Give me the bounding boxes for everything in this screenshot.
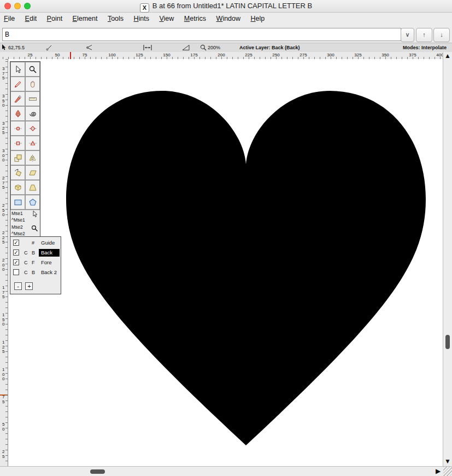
vertical-scrollbar[interactable]: ▲ ▼ bbox=[443, 52, 452, 466]
flip-tool-button[interactable] bbox=[25, 150, 40, 165]
hvcurve-point-icon bbox=[28, 124, 37, 133]
menu-tools[interactable]: Tools bbox=[104, 13, 127, 22]
layer-name-fore[interactable]: Fore bbox=[39, 259, 54, 266]
chevron-down-icon: ∨ bbox=[405, 31, 409, 38]
ruler-label: 25 bbox=[25, 53, 36, 57]
tool-palette: Mse1 ^Mse1 Mse2 ^Mse2 bbox=[10, 61, 40, 239]
add-curve-point-button[interactable] bbox=[10, 121, 25, 136]
menu-file[interactable]: File bbox=[0, 13, 19, 22]
window-resize-grip[interactable] bbox=[443, 467, 452, 476]
ruler-label: 275 bbox=[298, 53, 309, 57]
layer-row-back: ✓ C B Back bbox=[10, 248, 61, 258]
scale-tool-button[interactable] bbox=[10, 150, 25, 165]
ruler-label: 225 bbox=[243, 53, 254, 57]
horizontal-scroll-thumb[interactable] bbox=[90, 469, 105, 474]
pointer-tool-button[interactable] bbox=[10, 62, 25, 77]
scroll-hand-tool-button[interactable] bbox=[25, 77, 40, 91]
ruler-tool-button[interactable] bbox=[25, 91, 40, 106]
layer-visibility-checkbox[interactable]: ✓ bbox=[13, 259, 19, 265]
pen-nib-icon bbox=[14, 109, 22, 118]
ruler-label: 375 bbox=[407, 53, 418, 57]
close-window-button[interactable] bbox=[4, 3, 11, 9]
glyph-history-dropdown-button[interactable]: ∨ bbox=[401, 28, 414, 42]
layer-name-back2[interactable]: Back 2 bbox=[39, 269, 59, 276]
layer-add-remove-buttons: - + bbox=[14, 281, 61, 291]
layer-visibility-checkbox[interactable]: ✓ bbox=[13, 240, 19, 246]
menu-element[interactable]: Element bbox=[69, 13, 102, 22]
add-hvcurve-point-button[interactable] bbox=[25, 121, 40, 136]
rotate-3d-tool-button[interactable] bbox=[10, 180, 25, 195]
menu-metrics[interactable]: Metrics bbox=[180, 13, 210, 22]
ruler-label: 300 bbox=[2, 149, 5, 163]
spiro-tool-button[interactable] bbox=[25, 106, 40, 121]
previous-glyph-button[interactable]: ↑ bbox=[416, 28, 432, 42]
ruler-label: 150 bbox=[161, 53, 172, 57]
add-tangent-point-button[interactable] bbox=[25, 136, 40, 150]
arrow-up-icon: ↑ bbox=[422, 31, 426, 38]
flip-icon bbox=[28, 154, 37, 162]
horizontal-scrollbar[interactable]: ▶ bbox=[0, 466, 452, 476]
menu-help[interactable]: Help bbox=[247, 13, 269, 22]
glyph-canvas[interactable] bbox=[8, 59, 443, 466]
layer-kind-letter: # bbox=[32, 240, 34, 246]
spiral-icon bbox=[28, 109, 37, 118]
skew-tool-button[interactable] bbox=[25, 165, 40, 180]
pen-tool-button[interactable] bbox=[10, 106, 25, 121]
rectangle-ellipse-tool-button[interactable] bbox=[10, 195, 25, 210]
knife-tool-button[interactable] bbox=[10, 91, 25, 106]
rectangle-icon bbox=[14, 198, 22, 207]
cube-3d-icon bbox=[14, 183, 22, 192]
ruler-label: 100 bbox=[2, 368, 5, 382]
menu-point[interactable]: Point bbox=[43, 13, 67, 22]
layer-row-fore: ✓ C F Fore bbox=[10, 258, 61, 268]
minimize-window-button[interactable] bbox=[14, 3, 21, 9]
magnify-tool-button[interactable] bbox=[25, 62, 40, 77]
layer-row-guide: ✓ # Guide bbox=[10, 239, 61, 248]
perspective-icon bbox=[28, 183, 37, 192]
ruler-icon bbox=[28, 95, 37, 103]
layer-visibility-checkbox[interactable] bbox=[13, 269, 19, 275]
polygon-star-tool-button[interactable] bbox=[25, 195, 40, 210]
mouse-binding-mse1: Mse1 bbox=[11, 210, 23, 217]
menu-window[interactable]: Window bbox=[213, 13, 244, 22]
remove-layer-button[interactable]: - bbox=[14, 282, 22, 290]
ruler-label: 200 bbox=[216, 53, 227, 57]
kern-distance-icon bbox=[143, 44, 152, 51]
glyph-text-input[interactable] bbox=[2, 28, 401, 41]
layer-type-letter: C bbox=[24, 270, 28, 275]
knife-icon bbox=[14, 95, 22, 103]
zoom-icon bbox=[200, 44, 207, 51]
rotate-icon bbox=[14, 169, 22, 177]
layer-name-back-selected[interactable]: Back bbox=[39, 249, 60, 257]
add-layer-button[interactable]: + bbox=[25, 282, 33, 290]
glyph-entry-row: ∨ ↑ ↓ bbox=[0, 25, 452, 43]
layer-kind-letter: F bbox=[32, 260, 35, 265]
ruler-label: 250 bbox=[2, 204, 5, 218]
curve-point-icon bbox=[14, 124, 22, 133]
menu-hints[interactable]: Hints bbox=[130, 13, 153, 22]
freehand-tool-button[interactable] bbox=[10, 77, 25, 91]
menu-edit[interactable]: Edit bbox=[21, 13, 41, 22]
ruler-label: 75 bbox=[2, 395, 5, 404]
ruler-label: 25 bbox=[2, 450, 5, 459]
next-glyph-button[interactable]: ↓ bbox=[433, 28, 450, 42]
ruler-label: 400 bbox=[435, 53, 443, 57]
scroll-up-arrow-icon[interactable]: ▲ bbox=[444, 52, 451, 60]
layer-visibility-checkbox[interactable]: ✓ bbox=[13, 249, 19, 256]
layer-name-guide[interactable]: Guide bbox=[39, 239, 57, 247]
menu-view[interactable]: View bbox=[155, 13, 178, 22]
scroll-right-arrow-icon[interactable]: ▶ bbox=[436, 467, 441, 475]
maximize-window-button[interactable] bbox=[24, 3, 31, 9]
perspective-tool-button[interactable] bbox=[25, 180, 40, 195]
ruler-label: 250 bbox=[271, 53, 281, 57]
add-corner-point-button[interactable] bbox=[10, 136, 25, 150]
ruler-label: 100 bbox=[107, 53, 118, 57]
mouse-bindings-panel: Mse1 ^Mse1 Mse2 ^Mse2 bbox=[10, 210, 40, 239]
vertical-scroll-thumb[interactable] bbox=[445, 335, 450, 349]
title-bar: XB at 66 from Untitled1* LATIN CAPITAL L… bbox=[0, 0, 452, 13]
pentagon-icon bbox=[28, 198, 37, 207]
modes-label: Modes: Interpolate bbox=[403, 45, 447, 50]
scroll-down-arrow-icon[interactable]: ▼ bbox=[444, 457, 451, 465]
heart-glyph-shape[interactable] bbox=[66, 91, 426, 445]
rotate-tool-button[interactable] bbox=[10, 165, 25, 180]
